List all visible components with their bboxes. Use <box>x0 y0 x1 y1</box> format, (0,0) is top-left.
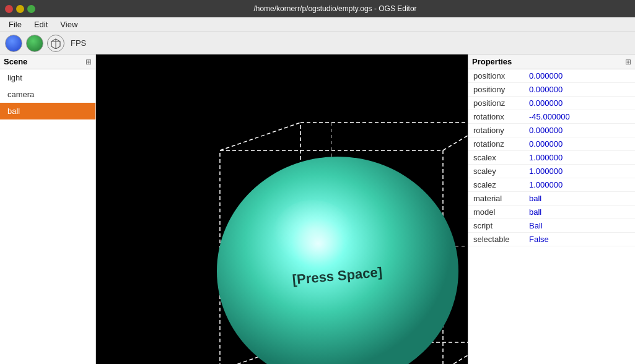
window-controls[interactable] <box>5 5 35 13</box>
property-key: model <box>473 207 529 217</box>
menubar: File Edit View <box>0 17 635 32</box>
property-value: ball <box>529 194 630 203</box>
property-key: positionz <box>473 98 529 108</box>
property-value: ball <box>529 207 630 217</box>
properties-collapse-icon[interactable]: ⊞ <box>625 58 631 66</box>
property-key: scalex <box>473 153 529 162</box>
property-row[interactable]: positionx0.000000 <box>468 69 635 83</box>
property-value: 0.000000 <box>529 139 630 149</box>
properties-table: positionx0.000000positiony0.000000positi… <box>468 69 635 364</box>
menu-view[interactable]: View <box>54 19 84 30</box>
property-value: Ball <box>529 221 630 230</box>
main-area: Scene ⊞ light camera ball <box>0 54 635 364</box>
property-key: script <box>473 221 529 230</box>
property-value: False <box>529 235 630 244</box>
minimize-button[interactable] <box>16 5 24 13</box>
property-key: scalez <box>473 180 529 189</box>
scene-title: Scene <box>4 57 27 66</box>
property-row[interactable]: positiony0.000000 <box>468 83 635 97</box>
property-value: 1.000000 <box>529 153 630 162</box>
viewport[interactable]: [Press Space] <box>96 54 468 364</box>
scene-item-light[interactable]: light <box>0 69 95 86</box>
maximize-button[interactable] <box>27 5 35 13</box>
menu-edit[interactable]: Edit <box>28 19 54 30</box>
property-value: 0.000000 <box>529 98 630 108</box>
property-key: positionx <box>473 71 529 80</box>
properties-panel: Properties ⊞ positionx0.000000positiony0… <box>468 54 635 364</box>
properties-header: Properties ⊞ <box>468 54 635 69</box>
property-key: material <box>473 194 529 203</box>
property-value: 0.000000 <box>529 71 630 80</box>
scene-panel: Scene ⊞ light camera ball <box>0 54 96 364</box>
properties-title: Properties <box>472 57 512 66</box>
property-row[interactable]: scalex1.000000 <box>468 151 635 165</box>
scene-item-camera[interactable]: camera <box>0 86 95 103</box>
scene-header: Scene ⊞ <box>0 54 95 69</box>
property-value: 0.000000 <box>529 85 630 94</box>
green-sphere-button[interactable] <box>26 35 43 52</box>
property-value: 1.000000 <box>529 180 630 189</box>
scene-collapse-icon[interactable]: ⊞ <box>85 58 92 66</box>
property-row[interactable]: scriptBall <box>468 219 635 233</box>
property-value: 0.000000 <box>529 126 630 135</box>
titlebar: /home/kornerr/p/ogstudio/empty.ogs - OGS… <box>0 0 635 17</box>
property-row[interactable]: scalez1.000000 <box>468 178 635 192</box>
property-key: positiony <box>473 85 529 94</box>
property-key: rotationz <box>473 139 529 149</box>
property-key: rotationx <box>473 112 529 121</box>
property-key: selectable <box>473 235 529 244</box>
property-row[interactable]: rotationz0.000000 <box>468 137 635 151</box>
close-button[interactable] <box>5 5 13 13</box>
property-row[interactable]: rotationx-45.000000 <box>468 110 635 124</box>
property-row[interactable]: selectableFalse <box>468 233 635 246</box>
menu-file[interactable]: File <box>2 19 28 30</box>
blue-sphere-button[interactable] <box>5 35 22 52</box>
property-row[interactable]: positionz0.000000 <box>468 97 635 110</box>
window-title: /home/kornerr/p/ogstudio/empty.ogs - OGS… <box>40 4 630 13</box>
property-row[interactable]: modelball <box>468 206 635 219</box>
property-key: rotationy <box>473 126 529 135</box>
cube-icon <box>50 38 61 49</box>
fps-label: FPS <box>71 38 86 48</box>
scene-items-list: light camera ball <box>0 69 95 364</box>
property-value: -45.000000 <box>529 112 630 121</box>
property-row[interactable]: materialball <box>468 192 635 206</box>
property-key: scaley <box>473 167 529 176</box>
svg-point-13 <box>273 200 353 268</box>
toolbar: FPS <box>0 32 635 54</box>
property-value: 1.000000 <box>529 167 630 176</box>
viewport-canvas: [Press Space] <box>96 54 468 364</box>
cube-button[interactable] <box>47 35 64 52</box>
property-row[interactable]: rotationy0.000000 <box>468 124 635 137</box>
property-row[interactable]: scaley1.000000 <box>468 165 635 178</box>
scene-item-ball[interactable]: ball <box>0 103 95 119</box>
